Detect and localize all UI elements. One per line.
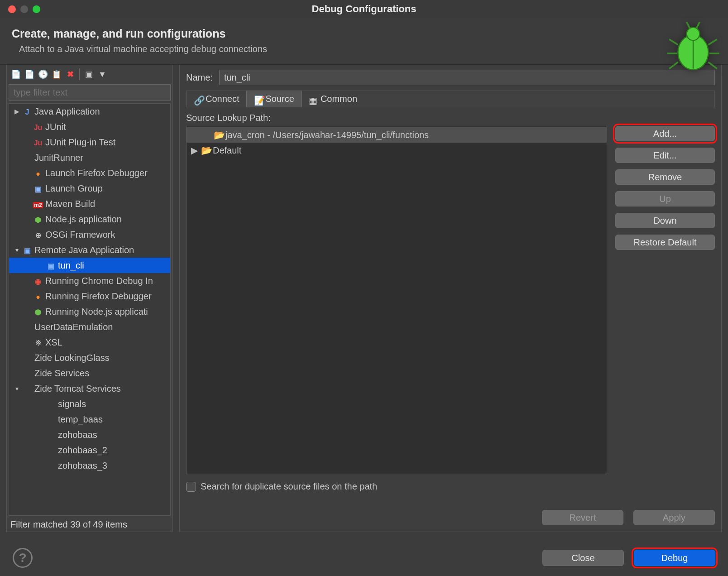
ff-icon: ●: [33, 291, 43, 302]
tree-item-label: JunitRunner: [34, 153, 83, 163]
tree-item[interactable]: JuJUnit Plug-in Test: [9, 134, 170, 150]
name-label: Name:: [186, 72, 213, 83]
config-tree[interactable]: ▶JJava ApplicationJuJUnitJuJUnit Plug-in…: [9, 103, 171, 516]
tree-filter-input[interactable]: [9, 84, 171, 101]
revert-button[interactable]: Revert: [542, 510, 623, 525]
tree-item-label: Zide Services: [34, 368, 89, 379]
apply-button[interactable]: Apply: [633, 510, 715, 525]
add-button[interactable]: Add...: [615, 126, 715, 141]
svg-line-10: [687, 22, 690, 28]
expand-icon[interactable]: ▾: [12, 385, 22, 392]
osgi-icon: ⊕: [33, 230, 43, 240]
source-tab-icon: 📝: [254, 95, 262, 103]
new-prototype-icon[interactable]: 📄: [23, 68, 36, 81]
collapse-all-icon[interactable]: ▣: [82, 68, 95, 81]
mvn-icon: m2: [33, 199, 43, 209]
tree-item[interactable]: ▾▣Remote Java Application: [9, 242, 170, 258]
expand-icon[interactable]: ▶: [188, 145, 200, 156]
xsl-icon: ※: [33, 337, 43, 348]
ff-icon: ●: [33, 168, 43, 178]
tab-connect[interactable]: 🔗Connect: [187, 91, 247, 107]
chrome-icon: ◉: [33, 276, 43, 286]
export-icon[interactable]: 🕒: [37, 68, 49, 81]
tree-item[interactable]: zohobaas_2: [9, 442, 170, 458]
delete-icon[interactable]: ✖: [64, 68, 77, 81]
expand-icon[interactable]: ▶: [12, 108, 22, 115]
tree-item[interactable]: JunitRunner: [9, 150, 170, 165]
tree-item[interactable]: zohobaas: [9, 427, 170, 442]
tree-item-label: Java Application: [34, 106, 100, 117]
tree-item-label: OSGi Framework: [45, 230, 115, 240]
tab-label: Connect: [206, 94, 239, 104]
remote-icon: ▣: [22, 245, 33, 255]
dialog-footer: ? Close Debug: [0, 540, 728, 576]
remote-icon: ▣: [45, 260, 56, 271]
tree-item[interactable]: ⬢Node.js application: [9, 211, 170, 227]
tree-item-label: Launch Firefox Debugger: [45, 168, 148, 178]
svg-line-11: [696, 22, 699, 28]
tree-item-label: tun_cli: [58, 260, 84, 271]
tree-item-label: Running Node.js applicati: [45, 307, 148, 317]
tab-common[interactable]: ▦Common: [302, 91, 364, 107]
edit-button[interactable]: Edit...: [615, 148, 715, 163]
down-button[interactable]: Down: [615, 213, 715, 228]
tree-item[interactable]: signals: [9, 396, 170, 412]
tree-item-label: JUnit: [45, 122, 66, 132]
debug-button[interactable]: Debug: [634, 550, 715, 566]
tree-item-label: Zide LookingGlass: [34, 353, 110, 363]
tree-item[interactable]: Zide Services: [9, 365, 170, 381]
new-config-icon[interactable]: 📄: [10, 68, 22, 81]
tree-item[interactable]: m2Maven Build: [9, 196, 170, 211]
tree-item-label: Node.js application: [45, 214, 122, 225]
svg-line-6: [669, 62, 678, 68]
duplicate-search-label: Search for duplicate source files on the…: [201, 481, 377, 492]
tab-source[interactable]: 📝Source: [246, 91, 302, 107]
tree-item[interactable]: ▣Launch Group: [9, 181, 170, 196]
source-lookup-label: Source Lookup Path:: [186, 113, 715, 123]
source-item[interactable]: 📂java_cron - /Users/jawahar-14995/tun_cl…: [187, 127, 607, 143]
tree-item[interactable]: UserDataEmulation: [9, 319, 170, 335]
name-input[interactable]: [219, 70, 715, 85]
restore-default-button[interactable]: Restore Default: [615, 235, 715, 250]
tree-item[interactable]: ▾Zide Tomcat Services: [9, 381, 170, 396]
dialog-header: Create, manage, and run configurations A…: [0, 18, 728, 65]
source-item-label: java_cron - /Users/jawahar-14995/tun_cli…: [225, 130, 429, 140]
duplicate-search-checkbox[interactable]: [186, 482, 196, 492]
tree-item[interactable]: ⊕OSGi Framework: [9, 227, 170, 242]
tree-item-label: Remote Java Application: [34, 245, 134, 255]
up-button[interactable]: Up: [615, 191, 715, 206]
window-close-icon[interactable]: [8, 5, 16, 13]
svg-line-4: [669, 39, 678, 45]
expand-icon[interactable]: ▾: [12, 246, 22, 254]
filter-status: Filter matched 39 of 49 items: [9, 516, 171, 530]
window-minimize-icon[interactable]: [20, 5, 28, 13]
source-lookup-list[interactable]: 📂java_cron - /Users/jawahar-14995/tun_cl…: [186, 126, 607, 474]
close-button[interactable]: Close: [542, 550, 624, 566]
config-detail-panel: Name: 🔗Connect📝Source▦Common Source Look…: [179, 65, 722, 532]
tree-item[interactable]: zohobaas_3: [9, 458, 170, 473]
tree-item-label: zohobaas: [58, 430, 97, 440]
svg-line-7: [709, 39, 717, 45]
tree-item[interactable]: ⬢Running Node.js applicati: [9, 304, 170, 319]
tree-item[interactable]: ●Running Firefox Debugger: [9, 288, 170, 304]
grp-icon: ▣: [33, 183, 43, 194]
help-icon[interactable]: ?: [13, 548, 33, 568]
folder-icon: 📂: [200, 145, 213, 156]
window-zoom-icon[interactable]: [33, 5, 40, 13]
tree-item[interactable]: temp_baas: [9, 412, 170, 427]
source-item[interactable]: ▶📂Default: [187, 143, 607, 158]
tree-item[interactable]: ◉Running Chrome Debug In: [9, 273, 170, 288]
remove-button[interactable]: Remove: [615, 169, 715, 185]
tree-item-label: Zide Tomcat Services: [34, 384, 121, 394]
tree-item-label: Running Firefox Debugger: [45, 291, 152, 302]
tree-item[interactable]: ▶JJava Application: [9, 104, 170, 119]
tree-item[interactable]: ▣tun_cli: [9, 258, 170, 273]
dialog-subtitle: Attach to a Java virtual machine accepti…: [19, 44, 716, 54]
filter-icon[interactable]: ▼: [96, 68, 109, 81]
duplicate-icon[interactable]: 📋: [50, 68, 63, 81]
tree-item[interactable]: Zide LookingGlass: [9, 350, 170, 365]
tree-item[interactable]: ●Launch Firefox Debugger: [9, 165, 170, 181]
tree-item[interactable]: ※XSL: [9, 335, 170, 350]
tree-item[interactable]: JuJUnit: [9, 119, 170, 134]
tree-item-label: Running Chrome Debug In: [45, 276, 153, 286]
